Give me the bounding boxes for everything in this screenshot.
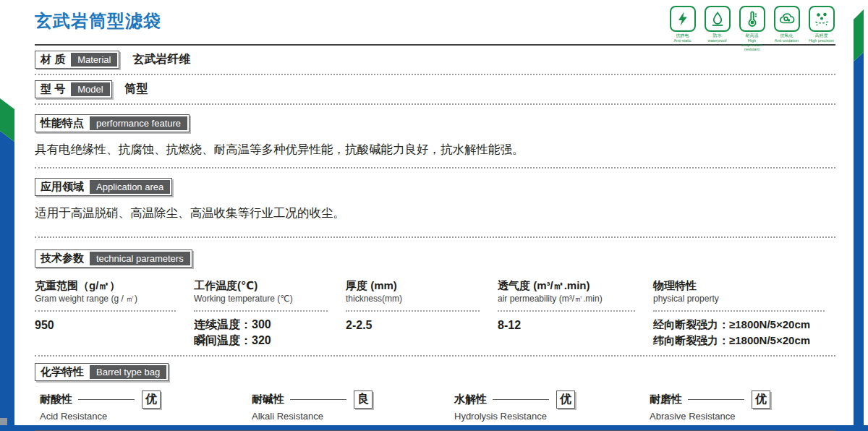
- param-label-zh: 物理特性: [653, 278, 835, 293]
- icon-label-en: Anti-static: [668, 38, 697, 43]
- chem-rating-badge: 良: [354, 391, 373, 409]
- icon-label-zh: 抗静电: [668, 33, 697, 38]
- anti-static-icon: [670, 6, 696, 32]
- feature-icon-waterproof: 防水 waterproof: [703, 6, 731, 51]
- param-label-zh: 透气度 (m³/㎡.min): [498, 278, 653, 293]
- performance-section-head: 性能特点 performance feature: [35, 114, 835, 132]
- feature-icon-high-precision: 高精度 High precision: [807, 6, 835, 51]
- technical-section-head: 技术参数 technical parameters: [35, 249, 835, 268]
- param-label-zh: 厚度 (mm): [346, 278, 498, 293]
- performance-badge: 性能特点 performance feature: [35, 114, 190, 132]
- icon-label-zh: 防水: [703, 33, 731, 38]
- section-divider: [35, 355, 835, 357]
- model-value: 筒型: [125, 82, 148, 97]
- param-divider: [35, 310, 176, 312]
- param-value: 8-12: [498, 317, 653, 333]
- feature-icon-high-temperature: 耐高温 High temperature resistant: [738, 6, 766, 51]
- chemical-properties-grid: 耐酸性 优 Acid Resistance 耐碱性 良 Alkali Resis…: [35, 391, 835, 422]
- param-working-temperature: 工作温度(℃) Working temperature (℃) 连续温度：300…: [194, 278, 346, 349]
- param-divider: [653, 310, 825, 312]
- material-value: 玄武岩纤维: [132, 52, 190, 67]
- chem-label-zh: 耐磨性: [650, 393, 682, 406]
- param-label-en: air permeability (m³/㎡.min): [498, 293, 653, 305]
- param-value: 连续温度：300: [194, 317, 346, 333]
- chem-label-zh: 耐酸性: [40, 393, 72, 406]
- application-section-head: 应用领域 Application area: [35, 178, 835, 196]
- chem-connector-line: [493, 399, 549, 400]
- high-temperature-icon: [739, 6, 765, 32]
- left-blue-ribbon: [0, 131, 14, 431]
- param-label-en: thickness(mm): [346, 293, 498, 305]
- chem-connector-line: [688, 399, 744, 400]
- param-gram-weight: 克重范围（g/㎡） Gram weight range (g / ㎡) 950: [35, 278, 194, 349]
- application-badge-en: Application area: [90, 180, 170, 194]
- param-value: 950: [35, 317, 194, 333]
- icon-label-zh: 抗氧化: [773, 33, 801, 38]
- chemical-section-head: 化学特性 Barrel type bag: [35, 363, 835, 381]
- param-physical-property: 物理特性 physical property 经向断裂强力：≥1800N/5×2…: [653, 278, 835, 349]
- chem-label-zh: 耐碱性: [252, 393, 284, 406]
- technical-badge-zh: 技术参数: [37, 252, 90, 265]
- param-divider: [498, 310, 635, 312]
- chem-label-en: Hydrolysis Resistance: [454, 411, 650, 422]
- param-value: 瞬间温度：320: [194, 333, 346, 349]
- icon-label-en: High precision: [807, 38, 835, 43]
- param-label-zh: 工作温度(℃): [194, 278, 346, 293]
- material-badge-en: Material: [71, 53, 117, 67]
- performance-badge-zh: 性能特点: [37, 116, 90, 130]
- application-badge: 应用领域 Application area: [35, 178, 172, 196]
- chem-acid-resistance: 耐酸性 优 Acid Resistance: [35, 391, 252, 422]
- technical-badge-en: technical parameters: [90, 252, 190, 265]
- chem-connector-line: [78, 399, 135, 400]
- icon-label-en: Anti-oxidation: [773, 38, 801, 43]
- icon-label-en: waterproof: [703, 38, 731, 43]
- chem-rating-badge: 优: [142, 391, 161, 409]
- param-label-en: Gram weight range (g / ㎡): [35, 293, 194, 305]
- param-value: 经向断裂强力：≥1800N/5×20cm: [653, 317, 835, 333]
- chem-label-en: Acid Resistance: [40, 411, 252, 422]
- chem-alkali-resistance: 耐碱性 良 Alkali Resistance: [252, 391, 454, 422]
- chemical-badge: 化学特性 Barrel type bag: [35, 363, 169, 381]
- chem-connector-line: [290, 399, 346, 400]
- param-label-zh: 克重范围（g/㎡）: [35, 278, 194, 293]
- param-thickness: 厚度 (mm) thickness(mm) 2-2.5: [346, 278, 498, 349]
- icon-label-en: High temperature resistant: [738, 38, 766, 51]
- chem-abrasive-resistance: 耐磨性 优 Abrasive Resistance: [650, 391, 835, 422]
- model-row: 型 号 Model 筒型: [35, 75, 835, 103]
- feature-icon-anti-oxidation: 抗氧化 Anti-oxidation: [773, 6, 801, 51]
- technical-badge: 技术参数 technical parameters: [35, 249, 192, 268]
- param-label-en: physical property: [653, 293, 835, 305]
- chem-label-en: Abrasive Resistance: [650, 411, 835, 422]
- anti-oxidation-icon: [774, 6, 800, 32]
- chem-rating-badge: 优: [556, 391, 575, 409]
- icon-label-zh: 耐高温: [738, 33, 766, 38]
- param-label-en: Working temperature (℃): [194, 293, 346, 305]
- model-badge-zh: 型 号: [37, 82, 71, 96]
- application-badge-zh: 应用领域: [37, 180, 90, 194]
- section-divider: [35, 236, 835, 238]
- right-blue-ribbon: [854, 52, 864, 431]
- chem-hydrolysis-resistance: 水解性 优 Hydrolysis Resistance: [454, 391, 650, 422]
- chem-label-zh: 水解性: [454, 393, 487, 406]
- param-value: 2-2.5: [346, 317, 498, 333]
- section-divider: [35, 167, 835, 168]
- high-precision-icon: [809, 6, 835, 32]
- chemical-badge-zh: 化学特性: [37, 365, 90, 379]
- model-badge: 型 号 Model: [35, 80, 112, 98]
- waterproof-icon: [705, 6, 731, 32]
- technical-parameters-grid: 克重范围（g/㎡） Gram weight range (g / ㎡) 950 …: [35, 278, 835, 349]
- feature-icon-anti-static: 抗静电 Anti-static: [668, 6, 697, 51]
- chem-rating-badge: 优: [752, 391, 770, 409]
- feature-icons-row: 抗静电 Anti-static 防水 waterproof 耐高温 High t…: [668, 6, 835, 51]
- param-value: 纬向断裂强力：≥1800N/5×20cm: [653, 333, 835, 349]
- icon-label-zh: 高精度: [807, 33, 835, 38]
- material-badge-zh: 材 质: [37, 53, 71, 67]
- row-divider: [35, 103, 835, 105]
- application-text: 适用于高温脱硝、高温除尘、高温收集等行业工况的收尘。: [35, 205, 835, 221]
- param-divider: [346, 310, 480, 312]
- performance-text: 具有电绝缘性、抗腐蚀、抗燃烧、耐高温等多种优异性能，抗酸碱能力良好，抗水解性能强…: [35, 141, 835, 157]
- chemical-badge-en: Barrel type bag: [90, 365, 166, 379]
- chem-label-en: Alkali Resistance: [252, 411, 454, 422]
- material-badge: 材 质 Material: [35, 51, 119, 69]
- page-content: 玄武岩筒型滤袋 材 质 Material 玄武岩纤维 型 号 Model 筒型 …: [35, 0, 835, 431]
